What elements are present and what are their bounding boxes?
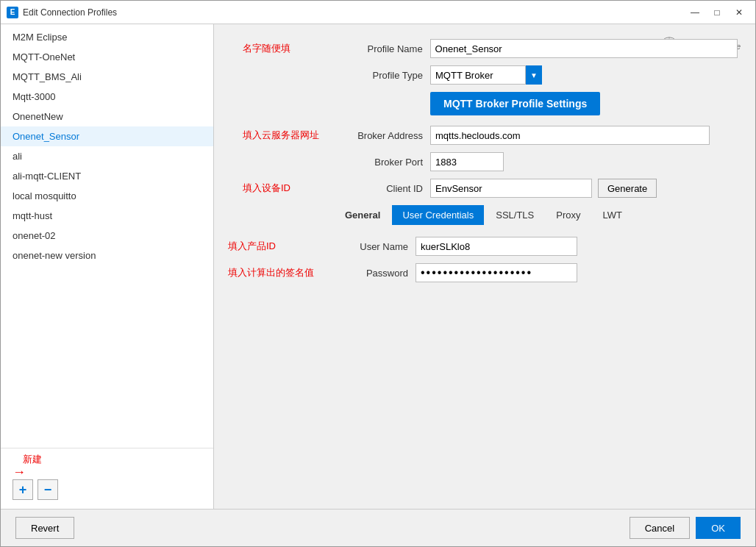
window-icon: E [7, 7, 18, 18]
sidebar-item-ali[interactable]: ali [1, 146, 213, 166]
signature-annotation: 填入计算出的签名值 [228, 266, 314, 279]
profile-type-row: Profile Type MQTT Broker ▼ [349, 65, 738, 85]
sidebar-item-mqtt-bms-ali[interactable]: MQTT_BMS_Ali [1, 67, 213, 87]
add-profile-button[interactable]: + [13, 479, 33, 500]
profile-type-select[interactable]: MQTT Broker ▼ [430, 65, 542, 85]
right-panel: MQTTlipse 名字随便填 Profile Name Profile Typ… [214, 24, 755, 509]
maximize-button[interactable]: □ [707, 4, 727, 21]
password-label: Password [335, 268, 408, 279]
generate-button[interactable]: Generate [598, 179, 657, 198]
username-row: 填入产品ID User Name [335, 237, 738, 256]
tab-proxy[interactable]: Proxy [546, 205, 591, 225]
sidebar-item-local-mosquitto[interactable]: local mosquitto [1, 186, 213, 206]
sidebar-item-ali-mqtt-client[interactable]: ali-mqtt-CLIENT [1, 166, 213, 186]
window-title: Edit Connection Profiles [23, 7, 685, 18]
window-controls: ― □ ✕ [685, 4, 749, 21]
sidebar-item-onenet-02[interactable]: onenet-02 [1, 226, 213, 246]
profile-name-row: 名字随便填 Profile Name [349, 39, 738, 58]
broker-addr-annotation: 填入云服务器网址 [243, 129, 319, 142]
ok-button[interactable]: OK [696, 517, 741, 539]
broker-port-label: Broker Port [349, 157, 423, 168]
sidebar: M2M EclipseMQTT-OneNetMQTT_BMS_AliMqtt-3… [1, 24, 214, 509]
revert-button[interactable]: Revert [15, 517, 74, 539]
arrow-icon: → [13, 465, 26, 480]
sidebar-action-buttons: + − [13, 479, 202, 500]
footer-bar: Revert Cancel OK [1, 509, 755, 546]
main-content: M2M EclipseMQTT-OneNetMQTT_BMS_AliMqtt-3… [1, 24, 755, 509]
password-row: 填入计算出的签名值 Password [335, 263, 738, 282]
name-annotation: 名字随便填 [243, 42, 290, 55]
username-input[interactable] [416, 237, 577, 256]
sidebar-item-mqtt-onenet[interactable]: MQTT-OneNet [1, 47, 213, 67]
remove-profile-button[interactable]: − [38, 479, 58, 500]
sidebar-item-mqtt-3000[interactable]: Mqtt-3000 [1, 87, 213, 107]
select-dropdown-arrow[interactable]: ▼ [526, 65, 542, 85]
client-id-input[interactable] [430, 179, 592, 198]
profile-name-label: Profile Name [349, 43, 423, 54]
minimize-button[interactable]: ― [685, 4, 705, 21]
sidebar-item-onenetnew[interactable]: OnenetNew [1, 107, 213, 126]
broker-settings-section: MQTT Broker Profile Settings [430, 92, 738, 115]
username-label: User Name [335, 241, 408, 252]
main-window: E Edit Connection Profiles ― □ ✕ M2M Ecl… [0, 0, 756, 547]
tab-ssl-tls[interactable]: SSL/TLS [485, 205, 544, 225]
broker-port-row: Broker Port [349, 152, 738, 171]
sidebar-footer: 新建 → + − [1, 448, 213, 509]
cancel-button[interactable]: Cancel [630, 517, 690, 539]
broker-port-input[interactable] [430, 152, 504, 171]
client-id-annotation: 填入设备ID [243, 182, 290, 195]
broker-address-row: 填入云服务器网址 Broker Address [349, 126, 738, 145]
broker-address-input[interactable] [430, 126, 710, 145]
close-button[interactable]: ✕ [729, 4, 749, 21]
sidebar-item-onenet-new-version[interactable]: onenet-new version [1, 246, 213, 265]
title-bar: E Edit Connection Profiles ― □ ✕ [1, 1, 755, 24]
tabs-bar: GeneralUser CredentialsSSL/TLSProxyLWT [335, 205, 738, 225]
sidebar-item-mqtt-hust[interactable]: mqtt-hust [1, 206, 213, 226]
profile-type-value[interactable]: MQTT Broker [430, 65, 526, 85]
profile-list: M2M EclipseMQTT-OneNetMQTT_BMS_AliMqtt-3… [1, 24, 213, 448]
sidebar-item-m2m-eclipse[interactable]: M2M Eclipse [1, 27, 213, 47]
tab-user-credentials[interactable]: User Credentials [392, 205, 484, 225]
broker-settings-button[interactable]: MQTT Broker Profile Settings [430, 92, 600, 115]
profile-type-label: Profile Type [349, 70, 423, 81]
profile-name-input[interactable] [430, 39, 738, 58]
broker-address-label: Broker Address [349, 130, 423, 141]
tab-lwt[interactable]: LWT [593, 205, 632, 225]
sidebar-item-onenet-sensor[interactable]: Onenet_Sensor [1, 126, 213, 146]
product-id-annotation: 填入产品ID [228, 240, 276, 253]
credentials-section: 填入产品ID User Name 填入计算出的签名值 Password [335, 237, 738, 282]
client-id-row: 填入设备ID Client ID Generate [349, 179, 738, 198]
tab-general[interactable]: General [335, 205, 391, 225]
client-id-label: Client ID [349, 183, 423, 194]
password-input[interactable] [416, 263, 577, 282]
